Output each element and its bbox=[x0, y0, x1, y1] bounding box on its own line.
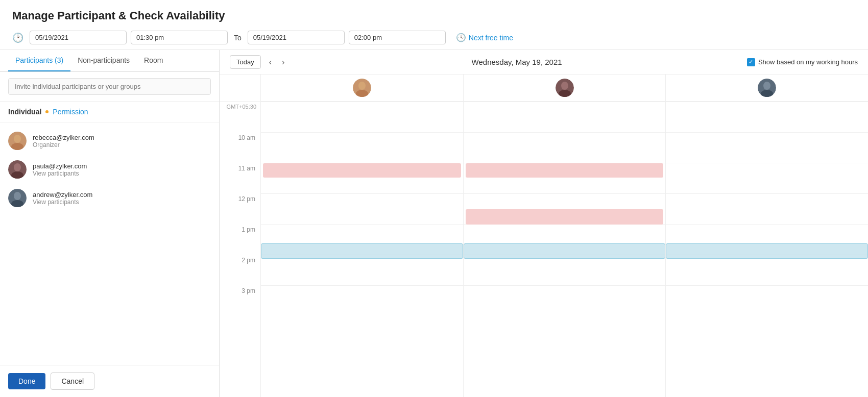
tab-non-participants[interactable]: Non-participants bbox=[70, 50, 137, 71]
hour-row bbox=[261, 102, 463, 132]
calendar-grid: GMT+05:30 10 am 11 am 12 pm 1 pm 2 pm 3 … bbox=[220, 102, 868, 397]
calendar-icon: 🕑 bbox=[12, 32, 23, 43]
next-free-label: Next free time bbox=[469, 34, 513, 42]
avatar-face-andrew bbox=[758, 79, 776, 97]
next-free-time-button[interactable]: 🕓 Next free time bbox=[456, 33, 513, 42]
hour-row bbox=[464, 102, 666, 132]
participant-info: paula@zylker.com View participants bbox=[33, 162, 87, 177]
participant-email: andrew@zylker.com bbox=[33, 191, 92, 198]
calendar-nav: Today ‹ › Wednesday, May 19, 2021 ✓ Show… bbox=[220, 50, 868, 75]
list-item: andrew@zylker.com View participants bbox=[0, 184, 219, 212]
avatar-paula bbox=[8, 160, 27, 179]
svg-point-13 bbox=[561, 82, 568, 90]
avatar-face-rebecca bbox=[353, 79, 371, 97]
start-date-input[interactable] bbox=[30, 31, 127, 44]
time-label-1pm: 1 pm bbox=[220, 224, 260, 255]
time-label-12pm: 12 pm bbox=[220, 193, 260, 224]
tabs-bar: Participants (3) Non-participants Room bbox=[0, 50, 219, 72]
working-hours-label: Show based on my working hours bbox=[758, 58, 858, 66]
person-col-paula bbox=[463, 102, 666, 397]
participant-list: rebecca@zylker.com Organizer paula@zylke… bbox=[0, 122, 219, 365]
gmt-spacer bbox=[220, 75, 260, 101]
calendar-body: GMT+05:30 10 am 11 am 12 pm 1 pm 2 pm 3 … bbox=[220, 75, 868, 397]
participant-email: rebecca@zylker.com bbox=[33, 134, 94, 141]
time-label-3pm: 3 pm bbox=[220, 285, 260, 316]
svg-point-10 bbox=[358, 82, 366, 90]
calendar-header-row bbox=[220, 75, 868, 102]
person-col-andrew bbox=[665, 102, 868, 397]
hour-row bbox=[261, 285, 463, 316]
svg-point-16 bbox=[763, 82, 770, 90]
selected-block-col1 bbox=[261, 243, 463, 259]
time-label-11am: 11 am bbox=[220, 163, 260, 193]
permission-link[interactable]: Permission bbox=[53, 108, 88, 116]
person-col-rebecca bbox=[260, 102, 463, 397]
svg-point-1 bbox=[14, 135, 21, 143]
person-col-header-paula bbox=[463, 75, 666, 101]
individual-label: Individual bbox=[8, 108, 41, 116]
avatar bbox=[8, 160, 27, 179]
participant-role: View participants bbox=[33, 198, 92, 206]
hour-row bbox=[666, 102, 868, 132]
footer-actions: Done Cancel bbox=[0, 365, 219, 397]
participant-role: Organizer bbox=[33, 141, 94, 148]
time-column: GMT+05:30 10 am 11 am 12 pm 1 pm 2 pm 3 … bbox=[220, 102, 260, 397]
today-button[interactable]: Today bbox=[230, 55, 261, 69]
done-button[interactable]: Done bbox=[8, 373, 45, 389]
hour-row bbox=[464, 132, 666, 163]
hour-row bbox=[261, 255, 463, 285]
tab-room[interactable]: Room bbox=[137, 50, 170, 71]
hour-row bbox=[261, 132, 463, 163]
hour-row bbox=[464, 255, 666, 285]
tab-participants[interactable]: Participants (3) bbox=[8, 50, 70, 71]
participant-search-input[interactable] bbox=[8, 78, 211, 95]
calendar-date-title: Wednesday, May 19, 2021 bbox=[293, 58, 741, 66]
end-time-input[interactable] bbox=[349, 31, 446, 44]
participant-info: rebecca@zylker.com Organizer bbox=[33, 134, 94, 148]
hour-row bbox=[666, 163, 868, 193]
working-hours-toggle[interactable]: ✓ Show based on my working hours bbox=[747, 58, 858, 66]
busy-block-rebecca-11am bbox=[263, 163, 461, 178]
end-date-input[interactable] bbox=[248, 31, 345, 44]
start-time-input[interactable] bbox=[131, 31, 228, 44]
avatar-rebecca bbox=[8, 132, 27, 150]
busy-block-paula-1pm bbox=[466, 209, 664, 225]
svg-point-4 bbox=[14, 163, 21, 171]
list-item: rebecca@zylker.com Organizer bbox=[0, 127, 219, 155]
hour-row bbox=[666, 193, 868, 224]
hour-row bbox=[261, 193, 463, 224]
hour-row bbox=[666, 132, 868, 163]
person-col-header-andrew bbox=[665, 75, 868, 101]
working-hours-checkbox[interactable]: ✓ bbox=[747, 58, 755, 66]
avatar bbox=[8, 132, 27, 150]
busy-block-paula-11am bbox=[466, 163, 664, 178]
hour-row bbox=[464, 285, 666, 316]
cancel-button[interactable]: Cancel bbox=[51, 373, 94, 390]
gmt-label: GMT+05:30 bbox=[220, 102, 260, 132]
hour-row bbox=[666, 285, 868, 316]
to-label: To bbox=[232, 34, 244, 42]
list-item: paula@zylker.com View participants bbox=[0, 155, 219, 184]
avatar bbox=[8, 189, 27, 207]
next-arrow-button[interactable]: › bbox=[280, 58, 286, 67]
person-col-header-rebecca bbox=[260, 75, 463, 101]
svg-point-7 bbox=[14, 192, 21, 200]
time-label-2pm: 2 pm bbox=[220, 255, 260, 285]
participant-info: andrew@zylker.com View participants bbox=[33, 191, 92, 206]
hour-row bbox=[666, 255, 868, 285]
prev-arrow-button[interactable]: ‹ bbox=[267, 58, 274, 67]
selected-block-col3 bbox=[666, 243, 868, 259]
separator-dot bbox=[45, 110, 49, 113]
participant-role: View participants bbox=[33, 170, 87, 177]
selected-block-col2 bbox=[464, 243, 666, 259]
page-title: Manage Participant & Check Availability bbox=[12, 9, 856, 22]
avatar-andrew bbox=[8, 189, 27, 207]
next-free-icon: 🕓 bbox=[456, 33, 466, 42]
time-label-10am: 10 am bbox=[220, 132, 260, 163]
participant-email: paula@zylker.com bbox=[33, 162, 87, 170]
avatar-face-paula bbox=[556, 79, 574, 97]
